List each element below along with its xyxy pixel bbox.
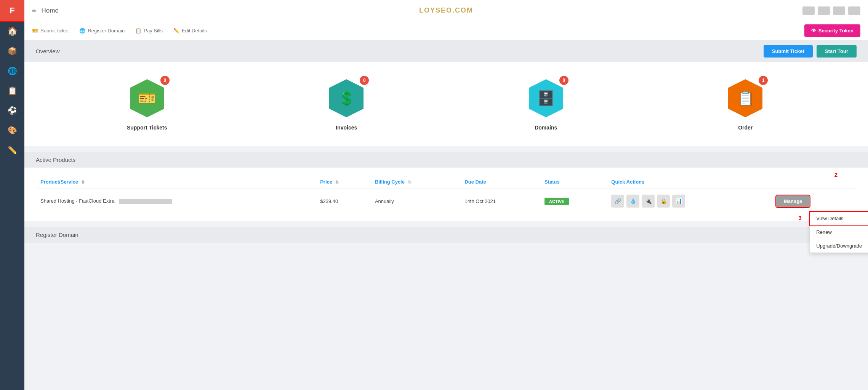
sidebar-item-list[interactable]: 📋 [0, 81, 24, 101]
subnav: 1 🎫 Submit ticket 🌐 Register Domain 📋 Pa… [24, 21, 868, 40]
td-quick-actions: 🔗 💧 🔌 🔒 📊 [607, 189, 772, 213]
logo-icon: F [10, 6, 14, 16]
card-order[interactable]: 📋 1 Order [724, 77, 766, 131]
products-table: Product/Service ⇅ Price ⇅ Billing Cycle … [36, 175, 857, 213]
annotation-2: 2 [834, 171, 838, 178]
card-invoices[interactable]: 💲 0 Invoices [325, 77, 367, 131]
invoices-icon: 💲 [338, 90, 356, 107]
th-quick-actions: Quick Actions [607, 175, 772, 189]
overview-actions: Submit Ticket Start Tour [764, 45, 857, 58]
subnav-pay-bills[interactable]: 📋 Pay Bills [135, 28, 163, 34]
support-tickets-badge: 0 [160, 76, 170, 85]
sort-icon-product[interactable]: ⇅ [81, 180, 85, 184]
table-wrapper: Product/Service ⇅ Price ⇅ Billing Cycle … [36, 175, 857, 213]
brand-logo: LOYSEO.COM [419, 6, 473, 14]
action-plugin[interactable]: 🔌 [642, 195, 655, 208]
active-products-section: Active Products Product/Service ⇅ [24, 152, 868, 221]
sidebar-item-globe[interactable]: 🌐 [0, 61, 24, 81]
card-domains-icon-wrap: 🗄️ 0 [525, 77, 567, 119]
support-tickets-label: Support Tickets [127, 125, 167, 131]
subnav-register-domain[interactable]: 🌐 Register Domain [79, 28, 125, 34]
dropdown-view-details[interactable]: View Details [810, 212, 868, 225]
action-cpanel[interactable]: 🔗 [611, 195, 624, 208]
overview-header: Overview Submit Ticket Start Tour [24, 40, 868, 62]
td-manage: Manage 3 View Details Renew U [772, 189, 857, 213]
th-actions-empty: 2 [772, 175, 857, 189]
td-price: $239.40 [315, 189, 370, 213]
page-title: Home [42, 7, 59, 14]
ticket-icon: 🎫 [32, 28, 38, 34]
td-status: ACTIVE [540, 189, 607, 213]
order-icon: 📋 [737, 90, 754, 107]
invoices-label: Invoices [336, 125, 357, 131]
manage-button[interactable]: Manage [776, 195, 810, 207]
sidebar-item-palette[interactable]: 🎨 [0, 120, 24, 140]
sidebar-logo[interactable]: F [0, 0, 24, 21]
manage-btn-wrap: Manage 3 View Details Renew U [776, 195, 810, 207]
topbar-right [802, 6, 860, 15]
sort-icon-price[interactable]: ⇅ [335, 180, 339, 184]
td-product: Shared Hosting - FastCloud Extra [36, 189, 315, 213]
dropdown-menu-list: View Details Renew Upgrade/Downgrade [810, 211, 868, 253]
th-product: Product/Service ⇅ [36, 175, 315, 189]
start-tour-button[interactable]: Start Tour [817, 45, 857, 58]
td-billing-cycle: Annually [370, 189, 460, 213]
card-support-tickets-icon-wrap: 🎫 0 [126, 77, 168, 119]
list-icon: 📋 [8, 86, 17, 95]
domains-icon: 🗄️ [537, 90, 555, 107]
dropdown-renew[interactable]: Renew [810, 225, 868, 239]
submit-ticket-button[interactable]: Submit Ticket [764, 45, 813, 58]
sidebar: F 🏠 📦 🌐 📋 ⚽ 🎨 ✏️ [0, 0, 24, 390]
register-domain-title: Register Domain [36, 232, 78, 238]
topbar: ≡ Home LOYSEO.COM [24, 0, 868, 21]
register-domain-section: Register Domain [24, 227, 868, 243]
domain-icon: 🌐 [79, 28, 85, 34]
content-area: Overview Submit Ticket Start Tour 🎫 0 [24, 40, 868, 390]
topbar-avatar-1 [802, 6, 815, 15]
overview-title: Overview [36, 48, 60, 54]
card-support-tickets[interactable]: 🎫 0 Support Tickets [126, 77, 168, 131]
table-head: Product/Service ⇅ Price ⇅ Billing Cycle … [36, 175, 857, 189]
circle-icon: ⚽ [8, 106, 17, 115]
table-body: Shared Hosting - FastCloud Extra $239.40… [36, 189, 857, 213]
card-domains[interactable]: 🗄️ 0 Domains [525, 77, 567, 131]
edit-details-icon: ✏️ [173, 28, 179, 34]
action-stats[interactable]: 📊 [672, 195, 685, 208]
topbar-avatar-2 [818, 6, 830, 15]
action-lock[interactable]: 🔒 [657, 195, 670, 208]
active-products-title: Active Products [36, 157, 75, 163]
overview-cards: 🎫 0 Support Tickets 💲 0 Inv [24, 62, 868, 146]
table-row: Shared Hosting - FastCloud Extra $239.40… [36, 189, 857, 213]
sidebar-item-home[interactable]: 🏠 [0, 21, 24, 41]
product-name-blur [119, 199, 172, 204]
security-token-button[interactable]: 👁 Security Token [804, 24, 860, 37]
th-status: Status [540, 175, 607, 189]
bills-icon: 📋 [135, 28, 141, 34]
subnav-submit-ticket[interactable]: 🎫 Submit ticket [32, 28, 69, 34]
status-badge: ACTIVE [545, 198, 569, 205]
menu-icon[interactable]: ≡ [32, 6, 36, 14]
table-container: Product/Service ⇅ Price ⇅ Billing Cycle … [24, 168, 868, 221]
action-water[interactable]: 💧 [626, 195, 639, 208]
palette-icon: 🎨 [8, 126, 17, 135]
sidebar-item-edit[interactable]: ✏️ [0, 140, 24, 160]
subnav-right: 👁 Security Token [804, 24, 860, 37]
active-products-header: Active Products [24, 152, 868, 168]
th-price: Price ⇅ [315, 175, 370, 189]
td-due-date: 14th Oct 2021 [460, 189, 540, 213]
sort-icon-billing[interactable]: ⇅ [408, 180, 411, 184]
annotation-3: 3 [798, 214, 801, 221]
dropdown-upgrade-downgrade[interactable]: Upgrade/Downgrade [810, 239, 868, 253]
domains-badge: 0 [559, 76, 569, 85]
subnav-edit-details[interactable]: ✏️ Edit Details [173, 28, 207, 34]
main-content: ≡ Home LOYSEO.COM 1 🎫 Submit ticket 🌐 Re… [24, 0, 868, 390]
invoices-badge: 0 [360, 76, 369, 85]
th-billing-cycle: Billing Cycle ⇅ [370, 175, 460, 189]
globe-icon: 🌐 [8, 66, 17, 75]
topbar-avatar-3 [833, 6, 845, 15]
order-badge: 1 [759, 76, 768, 85]
sidebar-item-circle[interactable]: ⚽ [0, 101, 24, 120]
sidebar-item-box[interactable]: 📦 [0, 41, 24, 61]
box-icon: 📦 [8, 46, 17, 56]
domains-label: Domains [535, 125, 557, 131]
